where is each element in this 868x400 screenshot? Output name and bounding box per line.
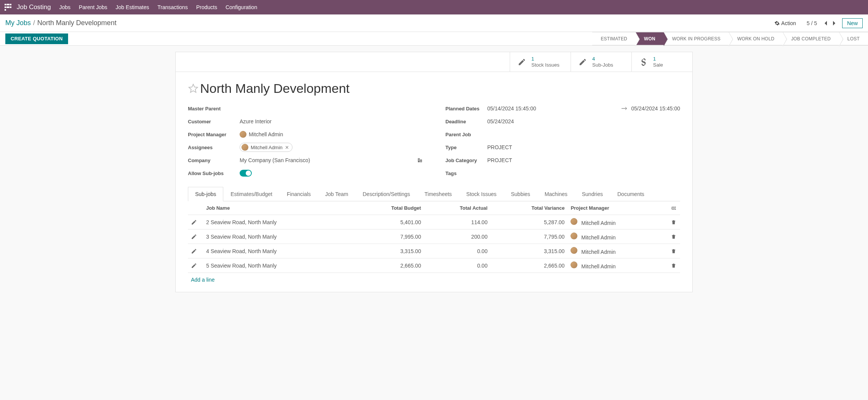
stat-count: 1 bbox=[653, 56, 663, 62]
table-row[interactable]: 5 Seaview Road, North Manly2,665.000.002… bbox=[188, 258, 680, 273]
avatar-icon bbox=[571, 218, 577, 225]
value-assignees[interactable]: Mitchell Admin ✕ bbox=[240, 143, 293, 152]
svg-point-0 bbox=[675, 207, 676, 207]
cell-total-variance: 5,287.00 bbox=[491, 215, 568, 229]
row-delete-icon[interactable] bbox=[671, 220, 677, 225]
value-deadline[interactable]: 05/24/2024 bbox=[487, 118, 514, 124]
avatar-icon bbox=[571, 261, 577, 268]
page-title: North Manly Development bbox=[200, 81, 350, 96]
stat-button-stock-issues[interactable]: 1Stock Issues bbox=[510, 52, 571, 72]
subjobs-table: Job Name Total Budget Total Actual Total… bbox=[188, 201, 680, 273]
status-step-job-completed[interactable]: JOB COMPLETED bbox=[783, 32, 839, 45]
tab-timesheets[interactable]: Timesheets bbox=[417, 187, 459, 201]
value-planned-dates[interactable]: 05/14/2024 15:45:00 05/24/2024 15:45:00 bbox=[487, 105, 680, 112]
status-bar: ESTIMATEDWONWORK IN PROGRESSWORK ON HOLD… bbox=[592, 32, 868, 45]
cell-project-manager: Mitchell Admin bbox=[568, 215, 668, 229]
col-total-variance[interactable]: Total Variance bbox=[491, 201, 568, 215]
tab-sub-jobs[interactable]: Sub-jobs bbox=[188, 187, 223, 201]
new-button[interactable]: New bbox=[842, 18, 863, 28]
nav-item-job-estimates[interactable]: Job Estimates bbox=[116, 4, 149, 10]
row-edit-icon[interactable] bbox=[191, 234, 200, 240]
nav-item-transactions[interactable]: Transactions bbox=[157, 4, 188, 10]
stat-count: 1 bbox=[531, 56, 560, 62]
tab-job-team[interactable]: Job Team bbox=[318, 187, 355, 201]
cell-total-actual: 200.00 bbox=[424, 229, 491, 244]
table-row[interactable]: 4 Seaview Road, North Manly3,315.000.003… bbox=[188, 244, 680, 258]
cell-total-actual: 114.00 bbox=[424, 215, 491, 229]
avatar-icon bbox=[242, 144, 248, 151]
allow-subjobs-toggle[interactable] bbox=[240, 170, 252, 177]
cell-project-manager: Mitchell Admin bbox=[568, 244, 668, 258]
row-delete-icon[interactable] bbox=[671, 234, 677, 239]
status-step-work-on-hold[interactable]: WORK ON HOLD bbox=[729, 32, 783, 45]
tab-estimates-budget[interactable]: Estimates/Budget bbox=[223, 187, 280, 201]
apps-icon[interactable] bbox=[5, 4, 11, 11]
tab-documents[interactable]: Documents bbox=[610, 187, 652, 201]
tab-subbies[interactable]: Subbies bbox=[504, 187, 537, 201]
col-project-manager[interactable]: Project Manager bbox=[568, 201, 668, 215]
cell-job-name: 5 Seaview Road, North Manly bbox=[203, 258, 353, 273]
table-row[interactable]: 3 Seaview Road, North Manly7,995.00200.0… bbox=[188, 229, 680, 244]
cell-total-variance: 7,795.00 bbox=[491, 229, 568, 244]
create-quotation-button[interactable]: CREATE QUOTATION bbox=[5, 33, 68, 44]
cell-project-manager: Mitchell Admin bbox=[568, 258, 668, 273]
assignee-chip[interactable]: Mitchell Admin ✕ bbox=[240, 143, 293, 152]
value-project-manager[interactable]: Mitchell Admin bbox=[240, 131, 283, 138]
breadcrumb-root[interactable]: My Jobs bbox=[5, 19, 31, 27]
brand-title[interactable]: Job Costing bbox=[17, 3, 51, 11]
col-job-name[interactable]: Job Name bbox=[203, 201, 353, 215]
stat-button-sub-jobs[interactable]: 4Sub-Jobs bbox=[571, 52, 631, 72]
label-allow-subjobs: Allow Sub-jobs bbox=[188, 171, 240, 176]
tab-bar: Sub-jobsEstimates/BudgetFinancialsJob Te… bbox=[188, 186, 680, 201]
breadcrumb-row: My Jobs / North Manly Development Action… bbox=[0, 14, 868, 32]
col-total-budget[interactable]: Total Budget bbox=[353, 201, 424, 215]
status-step-estimated[interactable]: ESTIMATED bbox=[592, 32, 636, 45]
cell-job-name: 2 Seaview Road, North Manly bbox=[203, 215, 353, 229]
favorite-star-icon[interactable] bbox=[188, 83, 199, 94]
status-step-work-in-progress[interactable]: WORK IN PROGRESS bbox=[664, 32, 729, 45]
status-step-won[interactable]: WON bbox=[636, 32, 664, 45]
stat-label: Sale bbox=[653, 62, 663, 68]
tab-sundries[interactable]: Sundries bbox=[575, 187, 610, 201]
table-settings-icon[interactable] bbox=[671, 206, 677, 211]
label-type: Type bbox=[445, 145, 487, 150]
building-icon bbox=[417, 158, 423, 163]
edit-icon bbox=[518, 58, 526, 66]
label-assignees: Assignees bbox=[188, 145, 240, 150]
cell-total-actual: 0.00 bbox=[424, 244, 491, 258]
row-edit-icon[interactable] bbox=[191, 219, 200, 225]
row-edit-icon[interactable] bbox=[191, 248, 200, 254]
chip-remove-icon[interactable]: ✕ bbox=[285, 145, 289, 150]
nav-item-parent-jobs[interactable]: Parent Jobs bbox=[79, 4, 107, 10]
row-edit-icon[interactable] bbox=[191, 263, 200, 269]
stat-label: Stock Issues bbox=[531, 62, 560, 68]
action-menu-button[interactable]: Action bbox=[774, 20, 796, 26]
value-type[interactable]: PROJECT bbox=[487, 144, 512, 150]
value-customer[interactable]: Azure Interior bbox=[240, 118, 272, 124]
nav-item-jobs[interactable]: Jobs bbox=[59, 4, 71, 10]
tab-financials[interactable]: Financials bbox=[280, 187, 318, 201]
tab-description-settings[interactable]: Description/Settings bbox=[355, 187, 417, 201]
pager-next[interactable] bbox=[830, 21, 838, 26]
edit-icon bbox=[579, 58, 587, 66]
nav-item-products[interactable]: Products bbox=[196, 4, 217, 10]
tab-machines[interactable]: Machines bbox=[537, 187, 575, 201]
stat-button-sale[interactable]: 1Sale bbox=[631, 52, 692, 72]
value-job-category[interactable]: PROJECT bbox=[487, 157, 512, 163]
chevron-left-icon bbox=[824, 21, 828, 26]
status-step-lost[interactable]: LOST bbox=[839, 32, 868, 45]
tab-stock-issues[interactable]: Stock Issues bbox=[459, 187, 504, 201]
value-company[interactable]: My Company (San Francisco) bbox=[240, 157, 423, 163]
table-row[interactable]: 2 Seaview Road, North Manly5,401.00114.0… bbox=[188, 215, 680, 229]
cell-total-variance: 3,315.00 bbox=[491, 244, 568, 258]
pager-prev[interactable] bbox=[822, 21, 830, 26]
svg-point-1 bbox=[671, 208, 672, 209]
action-label: Action bbox=[781, 20, 796, 26]
col-total-actual[interactable]: Total Actual bbox=[424, 201, 491, 215]
nav-item-configuration[interactable]: Configuration bbox=[226, 4, 257, 10]
row-delete-icon[interactable] bbox=[671, 249, 677, 254]
row-delete-icon[interactable] bbox=[671, 263, 677, 268]
add-line-link[interactable]: Add a line bbox=[188, 273, 218, 287]
svg-point-2 bbox=[675, 209, 676, 209]
cell-total-variance: 2,665.00 bbox=[491, 258, 568, 273]
